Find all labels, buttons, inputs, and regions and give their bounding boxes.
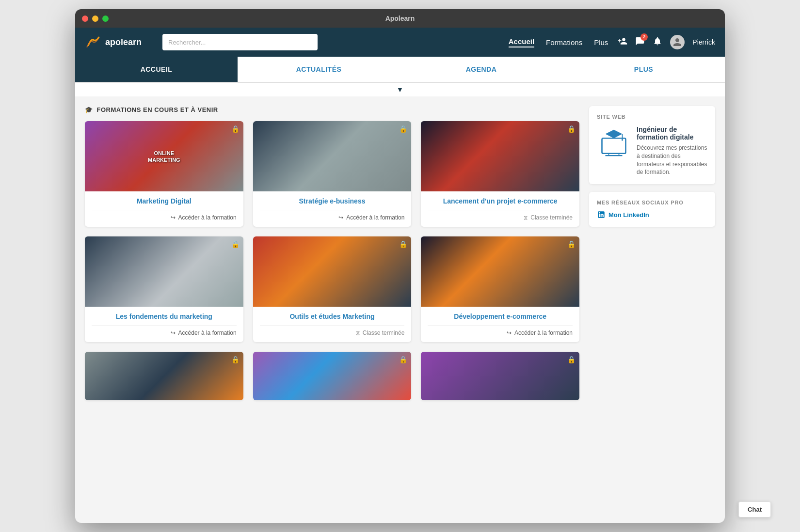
nav-links: Accueil Formations Plus: [509, 37, 608, 47]
window-title: Apolearn: [385, 15, 415, 22]
ended-icon-5: ⧖: [356, 329, 360, 336]
site-web-title: SITE WEB: [597, 114, 707, 120]
tab-accueil[interactable]: ACCUEIL: [75, 57, 238, 82]
traffic-lights: [82, 16, 109, 22]
nav-icons: 2 Pierrick: [618, 35, 715, 49]
maximize-button[interactable]: [102, 16, 109, 22]
main-content: 🎓 FORMATIONS EN COURS ET À VENIR ONLINEM…: [75, 96, 725, 410]
course-thumb-2: 🔒: [253, 121, 412, 191]
logo-icon: [85, 35, 102, 49]
search-bar[interactable]: [162, 34, 318, 50]
section-title: FORMATIONS EN COURS ET À VENIR: [97, 106, 218, 113]
course-title-3: Lancement d'un projet e-commerce: [428, 197, 573, 205]
course-card-3[interactable]: 🔒 Lancement d'un projet e-commerce ⧖ Cla…: [421, 121, 579, 227]
lock-icon-4: 🔒: [231, 240, 240, 248]
svg-marker-3: [606, 130, 623, 139]
logo-area[interactable]: apolearn: [85, 35, 153, 49]
course-body-3: Lancement d'un projet e-commerce ⧖ Class…: [421, 191, 579, 227]
add-user-icon[interactable]: [618, 36, 627, 48]
nav-plus[interactable]: Plus: [594, 38, 608, 47]
linkedin-text: Mon LinkedIn: [608, 211, 649, 219]
site-web-widget: SITE WEB Ingénieur de formation digitale…: [589, 106, 715, 184]
course-title-2: Stratégie e-business: [260, 197, 405, 205]
course-thumb-7: 🔒: [85, 352, 243, 400]
tab-plus[interactable]: PLUS: [562, 57, 725, 82]
course-thumb-1: ONLINEMARKETING 🔒: [85, 121, 243, 191]
course-thumb-4: 🔒: [85, 236, 243, 307]
section-header: 🎓 FORMATIONS EN COURS ET À VENIR: [85, 106, 579, 113]
search-input[interactable]: [162, 34, 318, 50]
lock-icon-1: 🔒: [231, 125, 240, 133]
app-window: Apolearn apolearn Accueil Formations Plu…: [75, 9, 725, 523]
promo-card[interactable]: Ingénieur de formation digitale Découvre…: [597, 125, 707, 176]
course-card-2[interactable]: 🔒 Stratégie e-business ↪ Accéder à la fo…: [253, 121, 412, 227]
course-card-1[interactable]: ONLINEMARKETING 🔒 Marketing Digital ↪ Ac…: [85, 121, 243, 227]
tabs-bar: ACCUEIL ACTUALITÉS AGENDA PLUS: [75, 57, 725, 83]
user-name[interactable]: Pierrick: [692, 38, 715, 46]
course-card-7[interactable]: 🔒: [85, 352, 243, 400]
title-bar: Apolearn: [75, 9, 725, 28]
notifications-icon[interactable]: [653, 36, 662, 48]
linkedin-icon: [597, 210, 606, 219]
linkedin-link[interactable]: Mon LinkedIn: [597, 210, 707, 219]
course-thumb-9: 🔒: [421, 352, 579, 400]
social-widget: MES RÉSEAUX SOCIAUX PRO Mon LinkedIn: [589, 192, 715, 227]
course-card-9[interactable]: 🔒: [421, 352, 579, 400]
tab-agenda[interactable]: AGENDA: [400, 57, 562, 82]
nav-formations[interactable]: Formations: [546, 38, 582, 47]
tab-indicator: ▼: [75, 83, 725, 96]
course-action-6[interactable]: ↪ Accéder à la formation: [428, 325, 573, 336]
course-action-4[interactable]: ↪ Accéder à la formation: [92, 325, 237, 336]
sidebar: SITE WEB Ingénieur de formation digitale…: [589, 106, 715, 400]
content-area: 🎓 FORMATIONS EN COURS ET À VENIR ONLINEM…: [85, 106, 579, 400]
courses-grid-row3: 🔒 🔒 🔒: [85, 352, 579, 400]
course-action-1[interactable]: ↪ Accéder à la formation: [92, 210, 237, 221]
lock-icon-6: 🔒: [567, 240, 576, 248]
course-thumb-6: 🔒: [421, 236, 579, 307]
course-title-4: Les fondements du marketing: [92, 313, 237, 320]
avatar[interactable]: [670, 35, 685, 49]
course-action-3: ⧖ Classe terminée: [428, 210, 573, 221]
chat-button[interactable]: Chat: [738, 501, 771, 517]
lock-icon-3: 🔒: [567, 125, 576, 133]
course-thumb-5: 🔒: [253, 236, 412, 307]
close-button[interactable]: [82, 16, 88, 22]
course-title-5: Outils et études Marketing: [260, 313, 405, 320]
course-thumb-8: 🔒: [253, 352, 412, 400]
course-card-6[interactable]: 🔒 Développement e-commerce ↪ Accéder à l…: [421, 236, 579, 342]
course-action-2[interactable]: ↪ Accéder à la formation: [260, 210, 405, 221]
lock-icon-9: 🔒: [567, 356, 576, 363]
message-badge: 2: [640, 33, 648, 41]
course-body-2: Stratégie e-business ↪ Accéder à la form…: [253, 191, 412, 227]
lock-icon-5: 🔒: [399, 240, 407, 248]
minimize-button[interactable]: [92, 16, 98, 22]
course-card-5[interactable]: 🔒 Outils et études Marketing ⧖ Classe te…: [253, 236, 412, 342]
graduation-icon: 🎓: [85, 106, 93, 113]
course-title-1: Marketing Digital: [92, 197, 237, 205]
svg-point-5: [622, 139, 624, 141]
courses-grid: ONLINEMARKETING 🔒 Marketing Digital ↪ Ac…: [85, 121, 579, 342]
social-title: MES RÉSEAUX SOCIAUX PRO: [597, 200, 707, 205]
promo-icon: [597, 125, 631, 159]
navbar: apolearn Accueil Formations Plus 2 Pier: [75, 28, 725, 57]
nav-accueil[interactable]: Accueil: [509, 37, 534, 47]
promo-desc: Découvrez mes prestations à destination …: [637, 144, 707, 176]
logo-text: apolearn: [105, 37, 142, 47]
lock-icon-7: 🔒: [231, 356, 240, 363]
promo-info: Ingénieur de formation digitale Découvre…: [637, 125, 707, 176]
course-card-8[interactable]: 🔒: [253, 352, 412, 400]
course-title-6: Développement e-commerce: [428, 313, 573, 320]
course-body-6: Développement e-commerce ↪ Accéder à la …: [421, 307, 579, 342]
course-action-5: ⧖ Classe terminée: [260, 325, 405, 336]
promo-title: Ingénieur de formation digitale: [637, 125, 707, 141]
tab-actualites[interactable]: ACTUALITÉS: [238, 57, 400, 82]
ended-icon-3: ⧖: [524, 214, 528, 221]
lock-icon-2: 🔒: [399, 125, 407, 133]
lock-icon-8: 🔒: [399, 356, 407, 363]
messages-icon[interactable]: 2: [635, 36, 645, 48]
course-card-4[interactable]: 🔒 Les fondements du marketing ↪ Accéder …: [85, 236, 243, 342]
course-thumb-3: 🔒: [421, 121, 579, 191]
course-body-4: Les fondements du marketing ↪ Accéder à …: [85, 307, 243, 342]
course-body-5: Outils et études Marketing ⧖ Classe term…: [253, 307, 412, 342]
course-body-1: Marketing Digital ↪ Accéder à la formati…: [85, 191, 243, 227]
